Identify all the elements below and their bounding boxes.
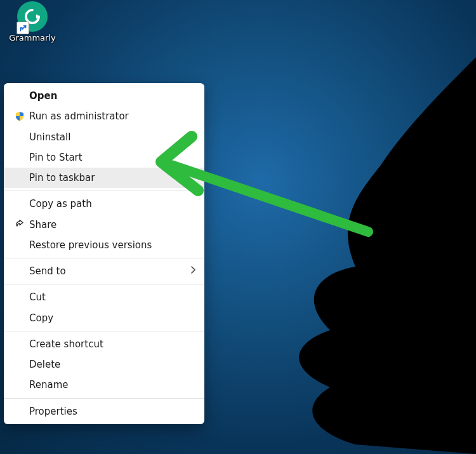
menu-item-label: Copy as path [29,197,195,210]
menu-item-label: Rename [29,378,195,391]
context-menu: Open Run as administrator Uninstall Pin … [4,83,204,424]
menu-item-create-shortcut[interactable]: Create shortcut [4,334,204,354]
menu-item-pin-to-start[interactable]: Pin to Start [4,147,204,168]
menu-item-delete[interactable]: Delete [4,354,204,375]
menu-separator [4,284,204,284]
menu-item-share[interactable]: Share [4,215,204,235]
menu-item-restore-previous-versions[interactable]: Restore previous versions [4,235,204,255]
menu-item-label: Pin to Start [29,151,195,164]
shield-uac-icon [10,111,29,121]
menu-item-label: Restore previous versions [29,239,195,251]
menu-item-run-as-administrator[interactable]: Run as administrator [4,106,204,126]
menu-item-label: Properties [29,405,195,418]
menu-separator [4,331,204,331]
menu-item-properties[interactable]: Properties [4,401,204,422]
menu-item-send-to[interactable]: Send to [4,261,204,281]
chevron-right-icon [190,265,195,277]
menu-item-copy[interactable]: Copy [4,308,204,328]
menu-separator [4,190,204,191]
share-icon [10,220,29,230]
desktop-shortcut-grammarly[interactable]: Grammarly [8,0,57,43]
menu-item-label: Uninstall [29,131,195,144]
menu-item-label: Share [29,218,195,231]
menu-item-uninstall[interactable]: Uninstall [4,127,204,147]
desktop-shortcut-label: Grammarly [8,33,57,43]
menu-item-label: Cut [29,291,195,304]
menu-item-open[interactable]: Open [4,86,204,106]
menu-item-label: Delete [29,358,195,371]
menu-item-copy-as-path[interactable]: Copy as path [4,194,204,214]
menu-item-pin-to-taskbar[interactable]: Pin to taskbar [4,168,204,188]
menu-item-label: Pin to taskbar [29,171,195,184]
menu-item-label: Copy [29,312,195,324]
menu-item-label: Send to [29,265,185,277]
menu-item-rename[interactable]: Rename [4,375,204,395]
menu-item-cut[interactable]: Cut [4,287,204,307]
menu-item-label: Create shortcut [29,338,195,351]
menu-separator [4,398,204,399]
menu-item-label: Open [29,90,195,102]
menu-item-label: Run as administrator [29,110,195,123]
shortcut-arrow-overlay-icon [17,22,29,34]
menu-separator [4,258,204,258]
